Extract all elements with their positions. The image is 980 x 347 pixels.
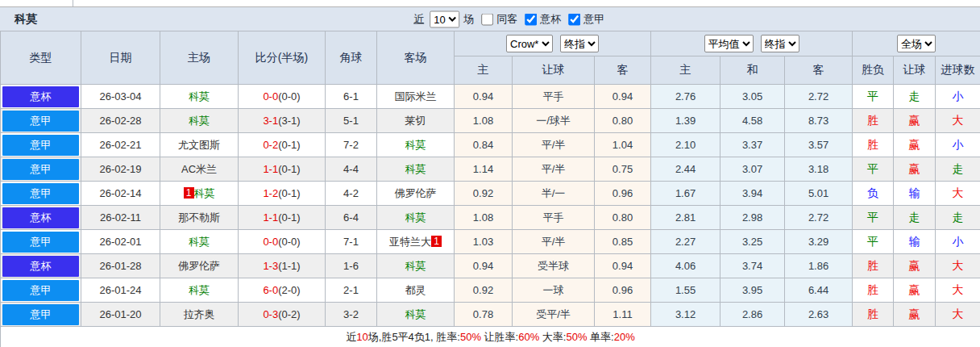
euro-draw-odds-cell: 2.98 <box>720 206 785 230</box>
euro-away-odds-cell: 2.72 <box>785 206 853 230</box>
team-name: 科莫 <box>189 115 210 127</box>
table-row: 意甲26-02-21尤文图斯0-2(0-1)7-2科莫0.84平/半1.042.… <box>1 133 980 157</box>
asia-handicap-cell: 受半球 <box>513 254 595 278</box>
asia-home-odds-cell: 1.08 <box>455 109 513 133</box>
score-cell: 1-1(0-1) <box>239 157 326 182</box>
halftime-score: (1-1) <box>278 260 300 272</box>
euro-draw-odds-cell: 3.95 <box>720 278 785 303</box>
handicap-result: 走 <box>909 211 920 224</box>
fulltime-score: 0-3 <box>263 308 278 320</box>
team-name: 佛罗伦萨 <box>178 260 220 272</box>
goals-result-cell: 小 <box>936 133 980 157</box>
team-name: 尤文图斯 <box>178 139 220 151</box>
wdl-result: 平 <box>867 162 878 175</box>
handicap-result-cell: 赢 <box>894 303 936 327</box>
home-team-cell: AC米兰 <box>160 157 239 182</box>
halftime-score: (0-0) <box>278 90 300 102</box>
euro-draw-odds-cell: 2.86 <box>720 303 785 327</box>
corner-cell: 2-1 <box>326 278 377 303</box>
euro-odds-group-header: 平均值 终指 <box>651 31 853 56</box>
euro-away-odds-cell: 8.73 <box>785 109 853 133</box>
col-header-asia-away: 客 <box>595 56 651 85</box>
asia-home-odds-cell: 1.03 <box>455 230 513 254</box>
team-name: 科莫 <box>405 163 426 175</box>
handicap-result: 赢 <box>909 162 920 175</box>
asia-handicap-cell: 一/球半 <box>513 109 595 133</box>
score-cell: 6-0(2-0) <box>239 278 326 303</box>
scope-select[interactable]: 全场 <box>897 35 936 52</box>
table-row: 意杯26-03-04科莫0-0(0-0)6-1国际米兰0.94平手0.942.7… <box>1 85 980 109</box>
table-row: 意甲26-02-19AC米兰1-1(0-1)4-4科莫1.14平/半0.752.… <box>1 157 980 182</box>
handicap-result: 输 <box>909 235 920 248</box>
handicap-result-cell: 赢 <box>894 109 936 133</box>
summary-segment: 50% <box>460 331 481 343</box>
wdl-result-cell: 胜 <box>853 278 894 303</box>
euro-home-odds-cell: 2.81 <box>651 206 720 230</box>
table-body: 意杯26-03-04科莫0-0(0-0)6-1国际米兰0.94平手0.942.7… <box>1 85 980 327</box>
wdl-result: 平 <box>867 235 878 248</box>
score-cell: 1-2(0-1) <box>239 182 326 206</box>
team-name: 那不勒斯 <box>178 211 220 224</box>
cup-label[interactable]: 意杯 <box>540 12 561 27</box>
league-checkbox[interactable] <box>568 13 580 25</box>
fulltime-score: 1-2 <box>263 187 278 199</box>
asia-home-odds-cell: 0.92 <box>455 278 513 303</box>
euro-time-select[interactable]: 终指 <box>761 35 799 52</box>
euro-source-select[interactable]: 平均值 <box>704 35 754 52</box>
asia-handicap-cell: 一球 <box>513 278 595 303</box>
date-cell: 26-02-14 <box>81 182 160 206</box>
goals-result-cell: 小 <box>936 230 980 254</box>
euro-home-odds-cell: 1.39 <box>651 109 720 133</box>
corner-cell: 4-4 <box>326 157 377 182</box>
match-type-cell: 意杯 <box>1 85 81 109</box>
near-label[interactable]: 近 <box>413 12 424 27</box>
corner-cell: 6-4 <box>326 206 377 230</box>
euro-draw-odds-cell: 3.37 <box>720 133 785 157</box>
col-header-corner: 角球 <box>326 31 377 85</box>
wdl-result-cell: 胜 <box>853 254 894 278</box>
home-team-cell: 科莫 <box>160 109 239 133</box>
cup-checkbox[interactable] <box>525 13 537 25</box>
home-team-cell: 科莫 <box>160 230 239 254</box>
team-name: 科莫 <box>194 187 215 199</box>
team-name: 拉齐奥 <box>184 308 215 320</box>
page: 科莫 近 10 场 同客 意杯 意甲 类型 日期 主场 <box>0 0 980 347</box>
handicap-result-cell: 走 <box>894 206 936 230</box>
goals-result: 大 <box>953 283 964 296</box>
handicap-result-cell: 赢 <box>894 157 936 182</box>
euro-home-odds-cell: 2.10 <box>651 133 720 157</box>
team-name: 国际米兰 <box>395 90 437 102</box>
odds-time-select[interactable]: 终指 <box>560 35 599 52</box>
away-team-cell: 科莫 <box>377 206 455 230</box>
games-count-select[interactable]: 10 <box>430 10 459 27</box>
corner-cell: 6-1 <box>326 85 377 109</box>
goals-result-cell: 大 <box>936 254 980 278</box>
handicap-result: 赢 <box>909 114 920 127</box>
team-name: 科莫 <box>405 211 426 224</box>
fulltime-score: 1-1 <box>263 211 278 224</box>
asia-away-odds-cell: 1.04 <box>595 133 651 157</box>
team-name: AC米兰 <box>181 163 217 175</box>
asia-home-odds-cell: 0.94 <box>455 254 513 278</box>
team-name: 科莫 <box>405 139 426 151</box>
odds-source-select[interactable]: Crow* <box>506 35 553 52</box>
competition-badge: 意甲 <box>2 135 79 156</box>
same-away-checkbox[interactable] <box>481 13 493 25</box>
home-team-cell: 科莫 <box>160 85 239 109</box>
wdl-result: 平 <box>867 90 878 102</box>
corner-cell: 1-6 <box>326 254 377 278</box>
table-row: 意杯26-01-28佛罗伦萨1-3(1-1)1-6科莫0.94受半球0.944.… <box>1 254 980 278</box>
league-label[interactable]: 意甲 <box>583 12 604 27</box>
away-team-cell: 科莫 <box>377 157 455 182</box>
col-header-date: 日期 <box>81 31 160 85</box>
match-type-cell: 意甲 <box>1 182 81 206</box>
handicap-result-cell: 输 <box>894 230 936 254</box>
same-away-label[interactable]: 同客 <box>496 12 517 27</box>
team-name: 科莫 <box>405 260 426 272</box>
euro-home-odds-cell: 1.67 <box>651 182 720 206</box>
match-type-cell: 意甲 <box>1 230 81 254</box>
col-header-euro-home: 主 <box>651 56 720 85</box>
asia-away-odds-cell: 0.85 <box>595 230 651 254</box>
competition-badge: 意杯 <box>2 86 79 107</box>
corner-cell: 5-1 <box>326 109 377 133</box>
